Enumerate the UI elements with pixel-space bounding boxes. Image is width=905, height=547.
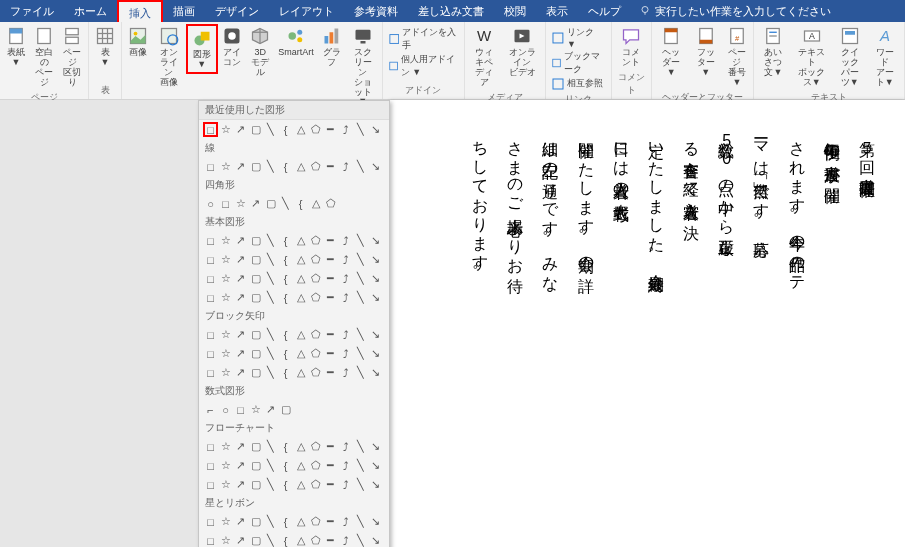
shape-item[interactable]: ⤴ xyxy=(338,514,353,529)
shape-item[interactable]: ▢ xyxy=(248,514,263,529)
shape-item[interactable]: ╲ xyxy=(263,458,278,473)
shape-item[interactable]: ⬠ xyxy=(308,514,323,529)
shape-item[interactable]: ━ xyxy=(323,346,338,361)
shape-item[interactable]: ☆ xyxy=(218,365,233,380)
menu-デザイン[interactable]: デザイン xyxy=(205,0,269,22)
shape-item[interactable]: ━ xyxy=(323,533,338,547)
shape-item[interactable]: □ xyxy=(233,402,248,417)
shape-item[interactable]: ↗ xyxy=(233,252,248,267)
smartart-button[interactable]: SmartArt xyxy=(274,24,318,60)
shape-item[interactable]: { xyxy=(278,365,293,380)
shape-item[interactable]: ○ xyxy=(218,402,233,417)
wordart-button[interactable]: Aワード アート▼ xyxy=(867,24,902,90)
shape-item[interactable]: { xyxy=(278,122,293,137)
shape-item[interactable]: ↘ xyxy=(368,271,383,286)
shape-item[interactable]: ⬠ xyxy=(308,252,323,267)
shape-item[interactable]: □ xyxy=(203,271,218,286)
shape-item[interactable]: ↘ xyxy=(368,159,383,174)
shape-item[interactable]: ⬠ xyxy=(308,346,323,361)
shape-item[interactable]: ⤴ xyxy=(338,290,353,305)
shape-item[interactable]: { xyxy=(278,159,293,174)
shape-item[interactable]: ╲ xyxy=(263,533,278,547)
shape-item[interactable]: { xyxy=(293,196,308,211)
shape-item[interactable]: ↗ xyxy=(233,477,248,492)
shape-item[interactable]: ⤴ xyxy=(338,233,353,248)
shape-item[interactable]: △ xyxy=(293,365,308,380)
textbox-button[interactable]: Aテキスト ボックス▼ xyxy=(791,24,833,90)
page-number-button[interactable]: #ページ 番号▼ xyxy=(723,24,751,90)
shape-item[interactable]: ╲ xyxy=(353,458,368,473)
shape-item[interactable]: ⤴ xyxy=(338,365,353,380)
shape-item[interactable]: ╲ xyxy=(353,233,368,248)
shape-item[interactable]: ☆ xyxy=(218,477,233,492)
shape-item[interactable]: △ xyxy=(293,252,308,267)
shape-item[interactable]: ⬠ xyxy=(308,327,323,342)
shape-item[interactable]: ⬠ xyxy=(308,271,323,286)
menu-挿入[interactable]: 挿入 xyxy=(117,0,163,22)
shape-item[interactable]: ⤴ xyxy=(338,533,353,547)
shape-item[interactable]: ⬠ xyxy=(308,533,323,547)
shape-item[interactable]: ━ xyxy=(323,514,338,529)
shape-item[interactable]: ━ xyxy=(323,252,338,267)
shape-item[interactable]: { xyxy=(278,327,293,342)
shape-item[interactable]: ☆ xyxy=(248,402,263,417)
shape-item[interactable]: ━ xyxy=(323,290,338,305)
shape-item[interactable]: ▢ xyxy=(248,346,263,361)
shape-item[interactable]: △ xyxy=(308,196,323,211)
shape-item[interactable]: ⬠ xyxy=(308,439,323,454)
shape-item[interactable]: ⤴ xyxy=(338,252,353,267)
menu-差し込み文書[interactable]: 差し込み文書 xyxy=(408,0,494,22)
shape-item[interactable]: ⬠ xyxy=(308,159,323,174)
shape-item[interactable]: □ xyxy=(218,196,233,211)
shape-item[interactable]: ↗ xyxy=(233,458,248,473)
shape-item[interactable]: ━ xyxy=(323,159,338,174)
shape-item[interactable]: ━ xyxy=(323,233,338,248)
shape-item[interactable]: ↗ xyxy=(233,159,248,174)
shape-item[interactable]: ━ xyxy=(323,365,338,380)
link[interactable]: リンク ▼ xyxy=(552,26,605,49)
shape-item[interactable]: ↗ xyxy=(248,196,263,211)
tell-me[interactable]: 実行したい作業を入力してください xyxy=(639,4,831,19)
shape-item[interactable]: ╲ xyxy=(353,290,368,305)
shape-item[interactable]: ☆ xyxy=(218,514,233,529)
shape-item[interactable]: ↗ xyxy=(233,233,248,248)
shape-item[interactable]: ⤴ xyxy=(338,458,353,473)
shape-item[interactable]: △ xyxy=(293,458,308,473)
shape-item[interactable]: △ xyxy=(293,533,308,547)
shape-item[interactable]: { xyxy=(278,533,293,547)
shape-item[interactable]: □ xyxy=(203,477,218,492)
shape-item[interactable]: ▢ xyxy=(248,327,263,342)
shape-item[interactable]: ▢ xyxy=(248,458,263,473)
shape-item[interactable]: ↗ xyxy=(263,402,278,417)
cross-ref[interactable]: 相互参照 xyxy=(552,77,605,90)
shape-item[interactable]: ⬠ xyxy=(308,290,323,305)
shape-item[interactable]: ▢ xyxy=(263,196,278,211)
shape-item[interactable]: ╲ xyxy=(353,514,368,529)
shape-item[interactable]: ╲ xyxy=(263,290,278,305)
shape-item[interactable]: ╲ xyxy=(263,252,278,267)
shape-item[interactable]: ╲ xyxy=(353,252,368,267)
menu-レイアウト[interactable]: レイアウト xyxy=(269,0,344,22)
shape-item[interactable]: △ xyxy=(293,477,308,492)
shape-item[interactable]: □ xyxy=(203,159,218,174)
shape-item[interactable]: ━ xyxy=(323,458,338,473)
3dmodel-button[interactable]: 3D モデル xyxy=(246,24,274,80)
chart-button[interactable]: グラフ xyxy=(318,24,346,70)
shape-item[interactable]: { xyxy=(278,346,293,361)
shape-item[interactable]: ↗ xyxy=(233,271,248,286)
my-addins[interactable]: 個人用アドイン ▼ xyxy=(389,53,458,79)
shape-item[interactable]: ▢ xyxy=(248,439,263,454)
shape-item[interactable]: ━ xyxy=(323,122,338,137)
menu-ファイル[interactable]: ファイル xyxy=(0,0,64,22)
shape-item[interactable]: ╲ xyxy=(353,365,368,380)
shape-item[interactable]: ╲ xyxy=(263,514,278,529)
shape-item[interactable]: ☆ xyxy=(218,290,233,305)
shape-item[interactable]: ○ xyxy=(203,196,218,211)
shape-item[interactable]: ☆ xyxy=(218,327,233,342)
shape-item[interactable]: ╲ xyxy=(263,159,278,174)
shape-item[interactable]: ╲ xyxy=(263,271,278,286)
shape-item[interactable]: ╲ xyxy=(278,196,293,211)
shape-item[interactable]: { xyxy=(278,252,293,267)
shape-item[interactable]: △ xyxy=(293,271,308,286)
shape-item[interactable]: ↘ xyxy=(368,477,383,492)
